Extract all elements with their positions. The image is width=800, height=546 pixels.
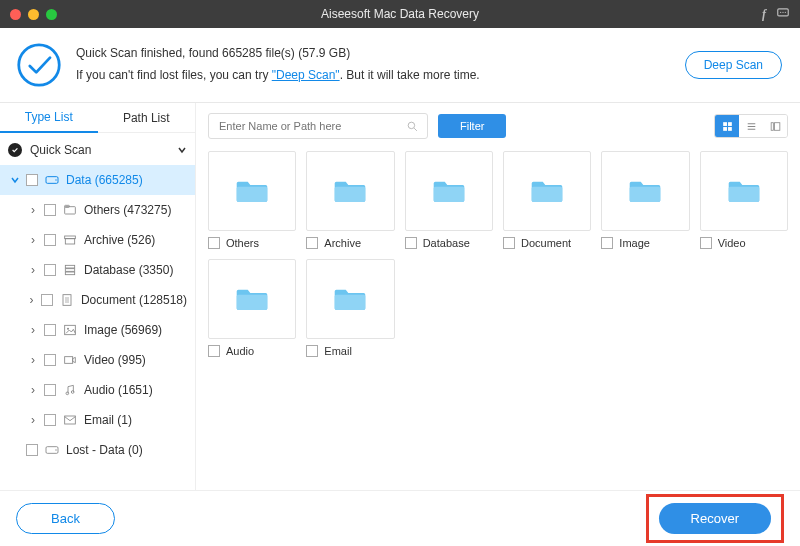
folder-tile[interactable]: Image (601, 151, 689, 249)
checkbox[interactable] (44, 384, 56, 396)
feedback-icon[interactable] (776, 6, 790, 23)
checkbox[interactable] (44, 414, 56, 426)
svg-point-2 (782, 11, 783, 12)
tree-node-lost-data[interactable]: › Lost - Data (0) (0, 435, 195, 465)
checkbox[interactable] (306, 345, 318, 357)
chevron-right-icon: › (28, 413, 38, 427)
svg-rect-23 (65, 416, 76, 424)
view-list-button[interactable] (739, 115, 763, 137)
svg-rect-40 (532, 187, 563, 202)
checkbox[interactable] (44, 354, 56, 366)
chevron-right-icon: › (28, 263, 38, 277)
tree-root-label: Quick Scan (30, 143, 91, 157)
tab-type-list[interactable]: Type List (0, 103, 98, 133)
tile-label: Audio (226, 345, 254, 357)
chevron-right-icon: › (28, 323, 38, 337)
tree-node-email[interactable]: › Email (1) (0, 405, 195, 435)
scan-hint-line: If you can't find lost files, you can tr… (76, 65, 480, 87)
tree-node-data[interactable]: Data (665285) (0, 165, 195, 195)
svg-rect-31 (728, 127, 732, 131)
tree-node-label: Others (473275) (84, 203, 171, 217)
search-input[interactable] (217, 119, 400, 133)
file-tree: Quick Scan Data (665285) › Others (47327… (0, 133, 195, 490)
facebook-icon[interactable]: f (762, 7, 766, 22)
svg-rect-28 (723, 122, 727, 126)
checkbox[interactable] (503, 237, 515, 249)
minimize-window-button[interactable] (28, 9, 39, 20)
svg-rect-36 (774, 122, 779, 130)
folder-tile[interactable]: Email (306, 259, 394, 357)
checkbox[interactable] (44, 264, 56, 276)
folder-tile[interactable]: Document (503, 151, 591, 249)
chevron-right-icon: › (28, 293, 35, 307)
tree-node-audio[interactable]: › Audio (1651) (0, 375, 195, 405)
deep-scan-button[interactable]: Deep Scan (685, 51, 782, 79)
tree-node-label: Document (128518) (81, 293, 187, 307)
svg-rect-29 (728, 122, 732, 126)
checkbox[interactable] (601, 237, 613, 249)
svg-rect-44 (335, 295, 366, 310)
zoom-window-button[interactable] (46, 9, 57, 20)
checkbox[interactable] (26, 444, 38, 456)
checkbox[interactable] (44, 204, 56, 216)
tree-node-label: Archive (526) (84, 233, 155, 247)
filter-button[interactable]: Filter (438, 114, 506, 138)
recover-highlight: Recover (646, 494, 784, 543)
view-detail-button[interactable] (763, 115, 787, 137)
back-button[interactable]: Back (16, 503, 115, 534)
checkbox[interactable] (26, 174, 38, 186)
recover-button[interactable]: Recover (659, 503, 771, 534)
checkbox[interactable] (41, 294, 53, 306)
tree-node-label: Video (995) (84, 353, 146, 367)
tile-label: Others (226, 237, 259, 249)
folder-tile[interactable]: Others (208, 151, 296, 249)
checkbox[interactable] (44, 324, 56, 336)
view-grid-button[interactable] (715, 115, 739, 137)
folder-icon (503, 151, 591, 231)
checkbox[interactable] (700, 237, 712, 249)
image-icon (62, 322, 78, 338)
folder-tile[interactable]: Database (405, 151, 493, 249)
search-input-wrap[interactable] (208, 113, 428, 139)
folder-icon (601, 151, 689, 231)
svg-point-3 (785, 11, 786, 12)
folder-icon (208, 259, 296, 339)
chevron-right-icon: › (28, 353, 38, 367)
folder-tile[interactable]: Audio (208, 259, 296, 357)
tree-node-document[interactable]: › Document (128518) (0, 285, 195, 315)
tile-label: Email (324, 345, 352, 357)
deep-scan-link[interactable]: "Deep Scan" (272, 68, 340, 82)
tree-node-others[interactable]: › Others (473275) (0, 195, 195, 225)
folder-tile[interactable]: Video (700, 151, 788, 249)
checkbox[interactable] (208, 237, 220, 249)
sidebar-tabs: Type List Path List (0, 103, 195, 133)
database-icon (62, 262, 78, 278)
sidebar: Type List Path List Quick Scan Data (665… (0, 103, 196, 490)
svg-rect-35 (771, 122, 773, 130)
folder-icon (700, 151, 788, 231)
folder-icon (306, 151, 394, 231)
tile-label: Document (521, 237, 571, 249)
folder-tile[interactable]: Archive (306, 151, 394, 249)
audio-icon (62, 382, 78, 398)
view-switch (714, 114, 788, 138)
tree-node-image[interactable]: › Image (56969) (0, 315, 195, 345)
svg-line-27 (414, 128, 417, 131)
tree-node-label: Audio (1651) (84, 383, 153, 397)
checkbox[interactable] (208, 345, 220, 357)
tree-node-video[interactable]: › Video (995) (0, 345, 195, 375)
tab-path-list[interactable]: Path List (98, 103, 196, 132)
tree-node-database[interactable]: › Database (3350) (0, 255, 195, 285)
svg-rect-20 (65, 357, 73, 364)
svg-rect-43 (237, 295, 268, 310)
toolbar: Filter (208, 111, 788, 141)
tree-node-archive[interactable]: › Archive (526) (0, 225, 195, 255)
checkbox[interactable] (405, 237, 417, 249)
tree-root-quick-scan[interactable]: Quick Scan (0, 135, 195, 165)
checkbox[interactable] (306, 237, 318, 249)
checkbox[interactable] (44, 234, 56, 246)
scan-summary: Quick Scan finished, found 665285 file(s… (0, 28, 800, 103)
svg-rect-30 (723, 127, 727, 131)
close-window-button[interactable] (10, 9, 21, 20)
svg-rect-41 (630, 187, 661, 202)
